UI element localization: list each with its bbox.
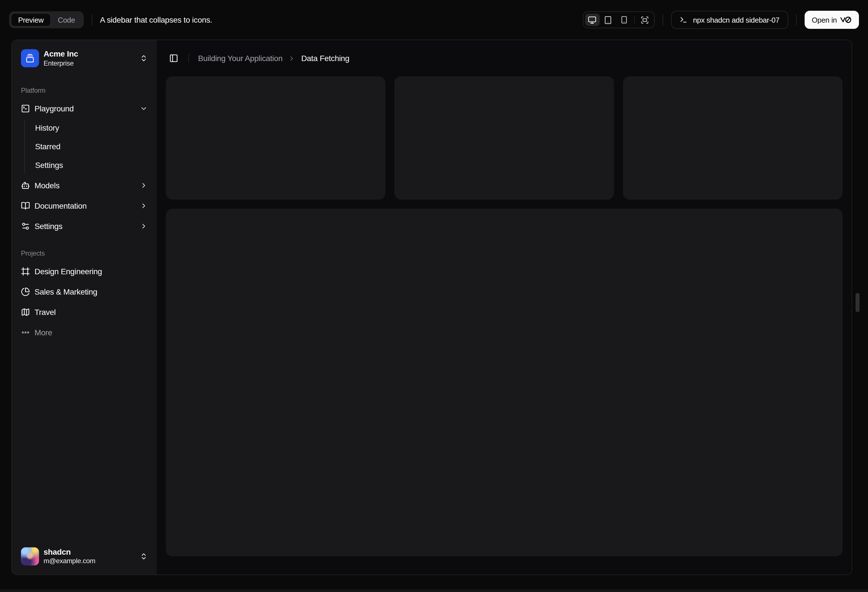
chevron-right-icon (140, 181, 148, 189)
preview-frame: Acme Inc Enterprise Platform Playground (11, 40, 852, 575)
device-toggle-group (583, 11, 654, 28)
sidebar-item-label: Travel (34, 307, 148, 317)
breadcrumb-parent[interactable]: Building Your Application (198, 54, 283, 63)
scrollbar-thumb[interactable] (856, 293, 859, 312)
placeholder-card (623, 76, 843, 200)
sidebar-item-travel[interactable]: Travel (16, 303, 152, 321)
sidebar-item-label: Design Engineering (34, 267, 148, 275)
sidebar-group-projects: Projects Design Engineering Sales & Mark… (12, 240, 157, 346)
settings-2-icon (21, 221, 30, 230)
sidebar-group-platform: Platform Playground History Starred Sett… (12, 77, 157, 240)
chevron-down-icon (140, 104, 148, 112)
group-label-projects: Projects (16, 244, 152, 262)
user-name: shadcn (44, 547, 135, 557)
app-sidebar: Acme Inc Enterprise Platform Playground (12, 40, 157, 574)
header-separator (188, 54, 189, 63)
team-logo (21, 50, 39, 68)
playground-submenu: History Starred Settings (24, 119, 152, 173)
ellipsis-icon (21, 328, 30, 337)
fullscreen-button[interactable] (638, 13, 652, 26)
open-in-v0-label: Open in (812, 16, 837, 24)
tab-code[interactable]: Code (51, 13, 82, 27)
book-open-icon (21, 201, 30, 210)
team-name: Acme Inc (44, 49, 135, 59)
tab-preview[interactable]: Preview (11, 13, 51, 27)
page: Preview Code A sidebar that collapses to… (0, 0, 868, 592)
bottom-edge-strip (0, 589, 868, 592)
sidebar-subitem-starred[interactable]: Starred (31, 138, 152, 154)
sidebar-item-settings[interactable]: Settings (16, 217, 152, 235)
sidebar-item-label: Settings (34, 221, 135, 230)
user-menu-button[interactable]: shadcn m@example.com (16, 542, 152, 570)
tablet-view-button[interactable] (601, 13, 616, 26)
gallery-vertical-end-icon (25, 54, 34, 63)
main-header: Building Your Application Data Fetching (157, 40, 852, 76)
device-group-separator (634, 16, 635, 24)
sidebar-header: Acme Inc Enterprise (12, 40, 157, 77)
block-description: A sidebar that collapses to icons. (100, 15, 212, 24)
sidebar-item-playground[interactable]: Playground (16, 99, 152, 117)
sidebar-item-models[interactable]: Models (16, 176, 152, 194)
panel-left-icon (169, 54, 178, 63)
sidebar-footer: shadcn m@example.com (12, 538, 157, 574)
open-in-v0-button[interactable]: Open in (805, 11, 859, 29)
sidebar-item-sales-marketing[interactable]: Sales & Marketing (16, 283, 152, 300)
sidebar-item-label: Models (34, 181, 135, 190)
smartphone-icon (620, 16, 628, 24)
install-command-button[interactable]: npx shadcn add sidebar-07 (671, 11, 788, 29)
group-label-platform: Platform (16, 81, 152, 99)
toolbar-separator (796, 14, 796, 25)
tablet-icon (604, 16, 612, 24)
team-plan: Enterprise (44, 59, 135, 68)
sidebar-item-label: Sales & Marketing (34, 287, 148, 296)
placeholder-panel (166, 209, 843, 557)
mobile-view-button[interactable] (617, 13, 631, 26)
chevrons-up-down-icon (140, 552, 148, 560)
avatar (21, 547, 39, 565)
main-content (157, 76, 852, 574)
sidebar-subitem-history[interactable]: History (31, 119, 152, 135)
map-icon (21, 307, 30, 317)
fullscreen-icon (641, 16, 649, 24)
terminal-icon (679, 16, 687, 24)
bot-icon (21, 181, 30, 190)
placeholder-card-row (166, 76, 843, 200)
user-email: m@example.com (44, 557, 135, 565)
breadcrumb-chevron-icon (288, 54, 296, 62)
sidebar-toggle-button[interactable] (166, 50, 182, 66)
monitor-icon (588, 16, 596, 24)
sidebar-item-documentation[interactable]: Documentation (16, 196, 152, 215)
v0-logo-icon (840, 16, 852, 23)
sidebar-subitem-settings[interactable]: Settings (31, 157, 152, 173)
install-command-text: npx shadcn add sidebar-07 (693, 16, 779, 24)
placeholder-card (394, 76, 614, 200)
sidebar-item-design-engineering[interactable]: Design Engineering (16, 262, 152, 280)
toolbar-separator (92, 14, 92, 25)
sidebar-item-label: Documentation (34, 201, 135, 210)
chevron-right-icon (140, 202, 148, 209)
toolbar-separator (662, 14, 663, 25)
breadcrumb-current: Data Fetching (301, 54, 350, 63)
square-terminal-icon (21, 104, 30, 113)
block-toolbar: Preview Code A sidebar that collapses to… (0, 0, 868, 40)
desktop-view-button[interactable] (585, 13, 599, 26)
sidebar-item-label: Playground (34, 104, 135, 113)
chevron-right-icon (140, 222, 148, 230)
main-panel: Building Your Application Data Fetching (157, 40, 852, 574)
sidebar-item-more[interactable]: More (16, 323, 152, 341)
team-switcher[interactable]: Acme Inc Enterprise (16, 45, 152, 72)
breadcrumb: Building Your Application Data Fetching (198, 54, 350, 63)
view-toggle: Preview Code (9, 11, 83, 28)
frame-icon (21, 267, 30, 275)
chevrons-up-down-icon (140, 54, 148, 62)
pie-chart-icon (21, 287, 30, 296)
sidebar-item-label: More (34, 328, 148, 337)
placeholder-card (166, 76, 385, 200)
